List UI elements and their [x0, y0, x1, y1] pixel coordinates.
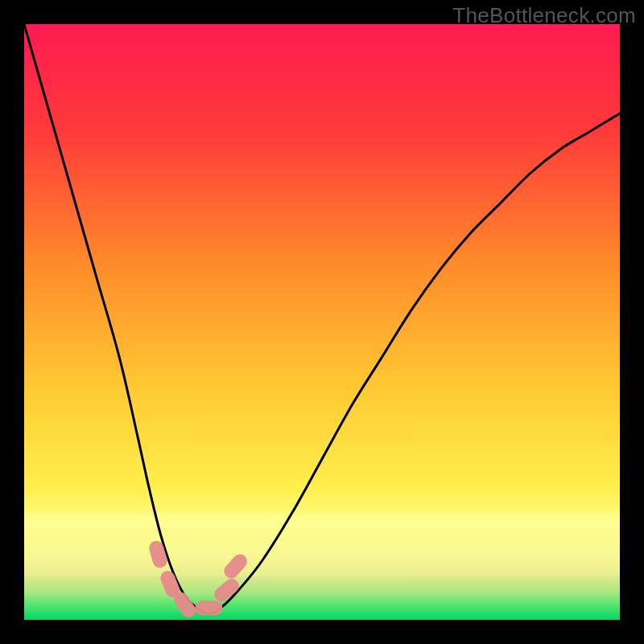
plot-area [24, 24, 620, 620]
yellow-band [24, 514, 620, 528]
curve-marker [195, 601, 222, 615]
bottleneck-chart [24, 24, 620, 620]
yellow-band-lower [24, 528, 620, 576]
chart-frame: TheBottleneck.com [0, 0, 644, 644]
watermark-label: TheBottleneck.com [452, 3, 636, 28]
